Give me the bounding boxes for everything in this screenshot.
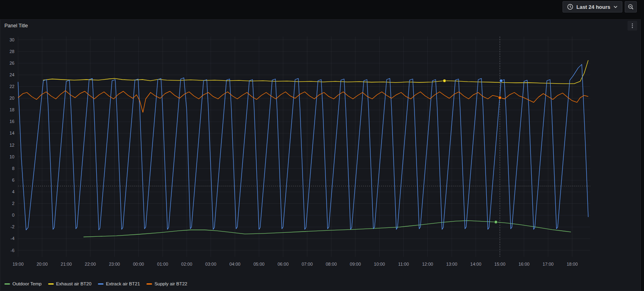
legend-swatch-supply-air-bt22 <box>146 283 152 285</box>
legend-label-outdoor-temp: Outdoor Temp <box>12 281 42 286</box>
panel-header[interactable]: Panel Title <box>0 20 640 32</box>
svg-text:15:00: 15:00 <box>494 262 506 266</box>
panel-title[interactable]: Panel Title <box>4 23 28 29</box>
svg-text:22:00: 22:00 <box>85 262 96 266</box>
svg-text:11:00: 11:00 <box>398 262 409 266</box>
x-axis-labels: 19:0020:0021:0022:0023:0000:0001:0002:00… <box>12 262 578 266</box>
svg-text:03:00: 03:00 <box>205 262 217 266</box>
hover-point-supply-air-bt22 <box>498 96 502 99</box>
svg-text:17:00: 17:00 <box>542 262 554 266</box>
kebab-icon <box>630 23 635 29</box>
chart-legend: Outdoor TempExhaust air BT20Extrack air … <box>0 278 640 290</box>
legend-label-extrack-air-bt21: Extrack air BT21 <box>106 281 140 286</box>
svg-text:06:00: 06:00 <box>278 262 289 266</box>
series-line-extrack-air-bt21[interactable] <box>18 64 588 230</box>
panel: Panel Title 302826242220181614121086420-… <box>0 19 641 291</box>
svg-text:-2: -2 <box>10 224 14 229</box>
svg-text:16: 16 <box>10 119 14 124</box>
gridlines <box>18 37 590 257</box>
time-range-label: Last 24 hours <box>576 4 610 10</box>
svg-text:4: 4 <box>12 189 14 194</box>
svg-text:10:00: 10:00 <box>374 262 385 266</box>
svg-text:-6: -6 <box>10 248 14 253</box>
legend-label-supply-air-bt22: Supply air BT22 <box>154 281 187 286</box>
svg-text:8: 8 <box>12 166 14 171</box>
svg-text:21:00: 21:00 <box>61 262 72 266</box>
legend-item-exhaust-air-bt20[interactable]: Exhaust air BT20 <box>48 281 91 286</box>
svg-text:09:00: 09:00 <box>350 262 361 266</box>
legend-item-supply-air-bt22[interactable]: Supply air BT22 <box>146 281 187 286</box>
hover-point-extrack-air-bt21 <box>500 79 503 82</box>
clock-icon <box>567 4 573 10</box>
legend-item-extrack-air-bt21[interactable]: Extrack air BT21 <box>98 281 140 286</box>
svg-text:01:00: 01:00 <box>157 262 169 266</box>
hover-point-exhaust-air-bt20 <box>443 79 446 82</box>
svg-text:02:00: 02:00 <box>181 262 193 266</box>
svg-text:19:00: 19:00 <box>12 262 24 266</box>
legend-swatch-extrack-air-bt21 <box>98 283 104 285</box>
svg-text:16:00: 16:00 <box>518 262 530 266</box>
chart-area[interactable]: 302826242220181614121086420-2-4-619:0020… <box>0 32 640 278</box>
legend-swatch-outdoor-temp <box>4 283 10 285</box>
zoom-out-button[interactable] <box>625 1 637 12</box>
top-toolbar: Last 24 hours <box>0 0 644 14</box>
chevron-down-icon <box>613 4 618 9</box>
svg-text:12: 12 <box>10 143 14 148</box>
svg-text:23:00: 23:00 <box>109 262 120 266</box>
svg-text:20:00: 20:00 <box>37 262 48 266</box>
svg-text:13:00: 13:00 <box>446 262 457 266</box>
panel-menu-button[interactable] <box>628 21 637 31</box>
svg-text:05:00: 05:00 <box>254 262 265 266</box>
y-axis-labels: 302826242220181614121086420-2-4-6 <box>10 37 14 253</box>
series-line-exhaust-air-bt20[interactable] <box>43 60 588 84</box>
svg-text:26: 26 <box>10 61 14 66</box>
legend-label-exhaust-air-bt20: Exhaust air BT20 <box>56 281 91 286</box>
toolbar-right-group: Last 24 hours <box>563 1 637 12</box>
legend-item-outdoor-temp[interactable]: Outdoor Temp <box>4 281 42 286</box>
svg-text:-4: -4 <box>10 236 14 241</box>
svg-text:07:00: 07:00 <box>302 262 313 266</box>
svg-text:2: 2 <box>12 201 14 206</box>
svg-text:04:00: 04:00 <box>230 262 241 266</box>
hover-point-outdoor-temp <box>494 220 498 223</box>
zoom-out-icon <box>628 4 634 10</box>
svg-text:24: 24 <box>10 72 14 77</box>
legend-swatch-exhaust-air-bt20 <box>48 283 54 285</box>
svg-text:0: 0 <box>12 213 14 217</box>
time-series-chart[interactable]: 302826242220181614121086420-2-4-619:0020… <box>0 32 640 278</box>
svg-text:14: 14 <box>10 131 14 135</box>
svg-text:00:00: 00:00 <box>133 262 144 266</box>
svg-text:18:00: 18:00 <box>567 262 578 266</box>
svg-text:28: 28 <box>10 49 14 54</box>
time-range-picker-button[interactable]: Last 24 hours <box>563 1 622 12</box>
svg-text:08:00: 08:00 <box>326 262 337 266</box>
svg-text:12:00: 12:00 <box>422 262 433 266</box>
series-line-supply-air-bt22[interactable] <box>18 91 588 113</box>
svg-text:22: 22 <box>10 84 14 89</box>
svg-text:14:00: 14:00 <box>470 262 481 266</box>
svg-text:30: 30 <box>10 37 14 42</box>
svg-text:10: 10 <box>10 154 14 159</box>
svg-text:18: 18 <box>10 107 14 112</box>
svg-text:6: 6 <box>12 178 14 182</box>
svg-text:20: 20 <box>10 96 14 100</box>
